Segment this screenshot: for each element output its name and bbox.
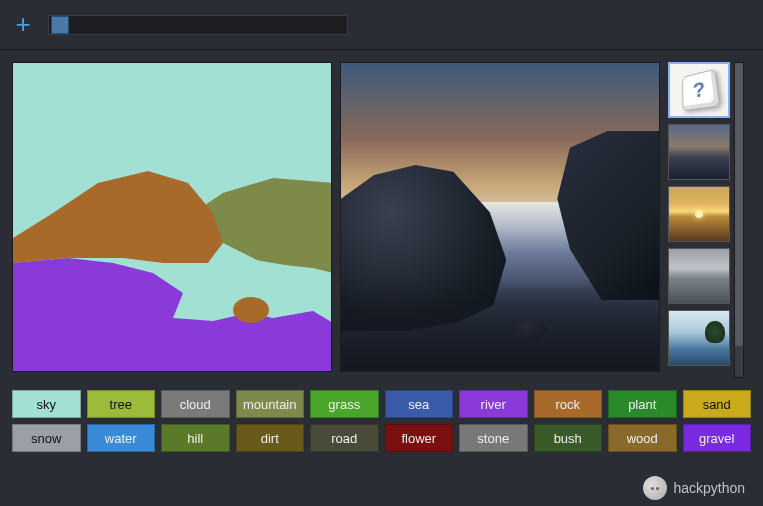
style-thumbnails: ? [668, 62, 730, 378]
watermark-text: hackpython [673, 480, 745, 496]
style-scrollbar[interactable] [734, 62, 744, 378]
palette-tree[interactable]: tree [87, 390, 156, 418]
palette-rock[interactable]: rock [534, 390, 603, 418]
palette-water[interactable]: water [87, 424, 156, 452]
workspace: ? [0, 50, 763, 390]
palette-sand[interactable]: sand [683, 390, 752, 418]
style-thumb-dusk[interactable] [668, 124, 730, 180]
palette-cloud[interactable]: cloud [161, 390, 230, 418]
material-palette: skytreecloudmountaingrassseariverrockpla… [0, 390, 763, 468]
brush-size-slider[interactable] [48, 15, 348, 35]
watermark: hackpython [643, 476, 745, 500]
palette-bush[interactable]: bush [534, 424, 603, 452]
palette-stone[interactable]: stone [459, 424, 528, 452]
palette-hill[interactable]: hill [161, 424, 230, 452]
palette-row-2: snowwaterhilldirtroadflowerstonebushwood… [12, 424, 751, 452]
style-thumb-lake[interactable] [668, 310, 730, 366]
style-thumb-sunset[interactable] [668, 186, 730, 242]
segmentation-canvas[interactable] [12, 62, 332, 372]
palette-sky[interactable]: sky [12, 390, 81, 418]
toolbar: + [0, 0, 763, 50]
palette-dirt[interactable]: dirt [236, 424, 305, 452]
palette-wood[interactable]: wood [608, 424, 677, 452]
segmentation-svg [13, 63, 332, 372]
dice-icon: ? [682, 69, 720, 112]
palette-mountain[interactable]: mountain [236, 390, 305, 418]
palette-grass[interactable]: grass [310, 390, 379, 418]
palette-plant[interactable]: plant [608, 390, 677, 418]
palette-row-1: skytreecloudmountaingrassseariverrockpla… [12, 390, 751, 418]
slider-thumb[interactable] [51, 16, 69, 34]
palette-snow[interactable]: snow [12, 424, 81, 452]
style-thumb-storm[interactable] [668, 248, 730, 304]
output-canvas [340, 62, 660, 372]
palette-river[interactable]: river [459, 390, 528, 418]
palette-flower[interactable]: flower [385, 424, 454, 452]
scrollbar-thumb[interactable] [735, 63, 743, 346]
add-button[interactable]: + [8, 10, 38, 40]
wechat-icon [643, 476, 667, 500]
svg-point-1 [233, 297, 269, 323]
style-panel: ? [668, 62, 751, 378]
palette-gravel[interactable]: gravel [683, 424, 752, 452]
style-thumb-random[interactable]: ? [668, 62, 730, 118]
palette-road[interactable]: road [310, 424, 379, 452]
palette-sea[interactable]: sea [385, 390, 454, 418]
